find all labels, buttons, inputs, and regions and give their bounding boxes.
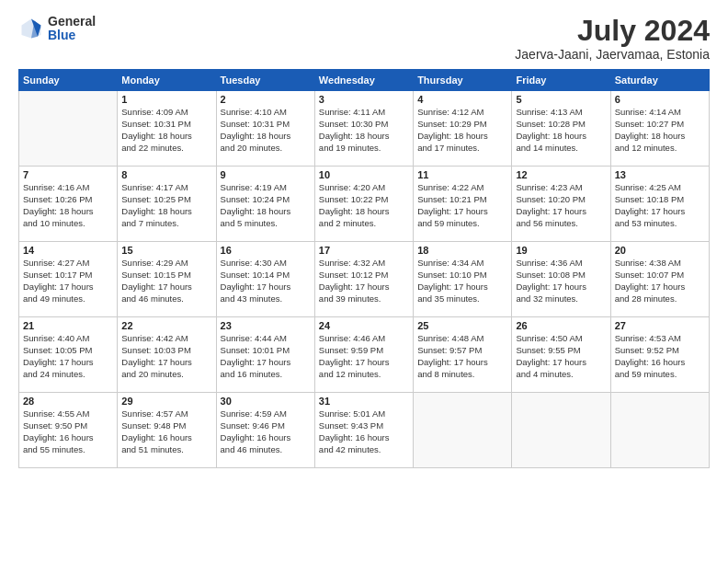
day-info: Sunrise: 4:59 AMSunset: 9:46 PMDaylight:… (221, 408, 311, 455)
day-info: Sunrise: 4:48 AMSunset: 9:57 PMDaylight:… (417, 333, 507, 380)
logo-text: General Blue (48, 15, 96, 43)
logo-blue: Blue (48, 29, 96, 42)
day-cell: 30Sunrise: 4:59 AMSunset: 9:46 PMDayligh… (216, 393, 314, 468)
day-info: Sunrise: 4:13 AMSunset: 10:28 PMDaylight… (516, 107, 606, 154)
day-cell: 27Sunrise: 4:53 AMSunset: 9:52 PMDayligh… (610, 317, 709, 393)
week-row-2: 7Sunrise: 4:16 AMSunset: 10:26 PMDayligh… (19, 167, 710, 242)
day-number: 27 (615, 320, 705, 331)
day-number: 2 (221, 94, 311, 105)
day-number: 5 (516, 94, 606, 105)
day-info: Sunrise: 4:30 AMSunset: 10:14 PMDaylight… (221, 258, 311, 304)
col-saturday: Saturday (610, 70, 709, 91)
day-cell: 28Sunrise: 4:55 AMSunset: 9:50 PMDayligh… (19, 393, 118, 468)
day-info: Sunrise: 4:19 AMSunset: 10:24 PMDaylight… (221, 182, 311, 229)
day-number: 8 (121, 169, 211, 180)
day-number: 17 (319, 245, 409, 256)
day-info: Sunrise: 4:22 AMSunset: 10:21 PMDaylight… (417, 182, 507, 229)
day-info: Sunrise: 4:12 AMSunset: 10:29 PMDaylight… (417, 107, 507, 154)
day-info: Sunrise: 4:10 AMSunset: 10:31 PMDaylight… (221, 107, 311, 154)
day-cell: 25Sunrise: 4:48 AMSunset: 9:57 PMDayligh… (414, 317, 512, 393)
day-info: Sunrise: 4:42 AMSunset: 10:03 PMDaylight… (121, 333, 211, 380)
day-cell: 21Sunrise: 4:40 AMSunset: 10:05 PMDaylig… (19, 317, 118, 393)
day-cell: 18Sunrise: 4:34 AMSunset: 10:10 PMDaylig… (414, 242, 512, 317)
day-number: 29 (121, 396, 211, 407)
day-cell: 31Sunrise: 5:01 AMSunset: 9:43 PMDayligh… (314, 393, 413, 468)
day-cell: 13Sunrise: 4:25 AMSunset: 10:18 PMDaylig… (610, 167, 709, 242)
week-row-1: 1Sunrise: 4:09 AMSunset: 10:31 PMDayligh… (19, 91, 710, 167)
day-number: 3 (319, 94, 409, 105)
day-info: Sunrise: 4:36 AMSunset: 10:08 PMDaylight… (516, 258, 606, 304)
day-number: 12 (516, 169, 606, 180)
day-info: Sunrise: 4:32 AMSunset: 10:12 PMDaylight… (319, 258, 409, 304)
day-number: 6 (615, 94, 705, 105)
day-info: Sunrise: 4:17 AMSunset: 10:25 PMDaylight… (121, 182, 211, 229)
day-cell: 4Sunrise: 4:12 AMSunset: 10:29 PMDayligh… (414, 91, 512, 167)
logo-general: General (48, 15, 96, 29)
day-number: 26 (516, 320, 606, 331)
day-number: 15 (121, 245, 211, 256)
calendar-table: Sunday Monday Tuesday Wednesday Thursday… (18, 69, 710, 468)
col-wednesday: Wednesday (314, 70, 413, 91)
day-number: 10 (319, 169, 409, 180)
day-info: Sunrise: 4:46 AMSunset: 9:59 PMDaylight:… (319, 333, 409, 380)
day-info: Sunrise: 4:14 AMSunset: 10:27 PMDaylight… (615, 107, 705, 154)
col-tuesday: Tuesday (216, 70, 314, 91)
day-number: 19 (516, 245, 606, 256)
day-cell: 1Sunrise: 4:09 AMSunset: 10:31 PMDayligh… (118, 91, 216, 167)
day-cell: 20Sunrise: 4:38 AMSunset: 10:07 PMDaylig… (610, 242, 709, 317)
day-number: 13 (615, 169, 705, 180)
col-monday: Monday (118, 70, 216, 91)
day-info: Sunrise: 4:20 AMSunset: 10:22 PMDaylight… (319, 182, 409, 229)
day-number: 14 (23, 245, 113, 256)
day-info: Sunrise: 4:38 AMSunset: 10:07 PMDaylight… (615, 258, 705, 304)
day-cell: 14Sunrise: 4:27 AMSunset: 10:17 PMDaylig… (19, 242, 118, 317)
main-title: July 2024 (515, 15, 710, 47)
day-cell: 22Sunrise: 4:42 AMSunset: 10:03 PMDaylig… (118, 317, 216, 393)
col-thursday: Thursday (414, 70, 512, 91)
day-number: 21 (23, 320, 113, 331)
day-info: Sunrise: 4:29 AMSunset: 10:15 PMDaylight… (121, 258, 211, 304)
day-cell (610, 393, 709, 468)
day-info: Sunrise: 4:34 AMSunset: 10:10 PMDaylight… (417, 258, 507, 304)
day-number: 7 (23, 169, 113, 180)
day-cell: 9Sunrise: 4:19 AMSunset: 10:24 PMDayligh… (216, 167, 314, 242)
day-cell: 17Sunrise: 4:32 AMSunset: 10:12 PMDaylig… (314, 242, 413, 317)
day-number: 23 (221, 320, 311, 331)
day-info: Sunrise: 5:01 AMSunset: 9:43 PMDaylight:… (319, 408, 409, 455)
day-number: 1 (121, 94, 211, 105)
week-row-3: 14Sunrise: 4:27 AMSunset: 10:17 PMDaylig… (19, 242, 710, 317)
header: General Blue July 2024 Jaerva-Jaani, Jae… (18, 15, 710, 62)
day-info: Sunrise: 4:11 AMSunset: 10:30 PMDaylight… (319, 107, 409, 154)
day-cell: 7Sunrise: 4:16 AMSunset: 10:26 PMDayligh… (19, 167, 118, 242)
day-info: Sunrise: 4:27 AMSunset: 10:17 PMDaylight… (23, 258, 113, 304)
day-info: Sunrise: 4:40 AMSunset: 10:05 PMDaylight… (23, 333, 113, 380)
day-cell: 8Sunrise: 4:17 AMSunset: 10:25 PMDayligh… (118, 167, 216, 242)
day-cell (512, 393, 610, 468)
day-info: Sunrise: 4:55 AMSunset: 9:50 PMDaylight:… (23, 408, 113, 455)
day-number: 16 (221, 245, 311, 256)
day-number: 20 (615, 245, 705, 256)
day-cell: 6Sunrise: 4:14 AMSunset: 10:27 PMDayligh… (610, 91, 709, 167)
day-info: Sunrise: 4:16 AMSunset: 10:26 PMDaylight… (23, 182, 113, 229)
logo: General Blue (18, 15, 96, 43)
day-info: Sunrise: 4:57 AMSunset: 9:48 PMDaylight:… (121, 408, 211, 455)
day-cell: 15Sunrise: 4:29 AMSunset: 10:15 PMDaylig… (118, 242, 216, 317)
day-cell (414, 393, 512, 468)
day-number: 30 (221, 396, 311, 407)
day-number: 4 (417, 94, 507, 105)
day-cell: 16Sunrise: 4:30 AMSunset: 10:14 PMDaylig… (216, 242, 314, 317)
day-info: Sunrise: 4:25 AMSunset: 10:18 PMDaylight… (615, 182, 705, 229)
header-row: Sunday Monday Tuesday Wednesday Thursday… (19, 70, 710, 91)
day-cell: 2Sunrise: 4:10 AMSunset: 10:31 PMDayligh… (216, 91, 314, 167)
day-info: Sunrise: 4:53 AMSunset: 9:52 PMDaylight:… (615, 333, 705, 380)
logo-icon (18, 16, 44, 41)
day-number: 25 (417, 320, 507, 331)
title-block: July 2024 Jaerva-Jaani, Jaervamaa, Eston… (515, 15, 710, 62)
col-sunday: Sunday (19, 70, 118, 91)
day-info: Sunrise: 4:50 AMSunset: 9:55 PMDaylight:… (516, 333, 606, 380)
day-number: 31 (319, 396, 409, 407)
week-row-4: 21Sunrise: 4:40 AMSunset: 10:05 PMDaylig… (19, 317, 710, 393)
week-row-5: 28Sunrise: 4:55 AMSunset: 9:50 PMDayligh… (19, 393, 710, 468)
day-info: Sunrise: 4:23 AMSunset: 10:20 PMDaylight… (516, 182, 606, 229)
day-number: 18 (417, 245, 507, 256)
